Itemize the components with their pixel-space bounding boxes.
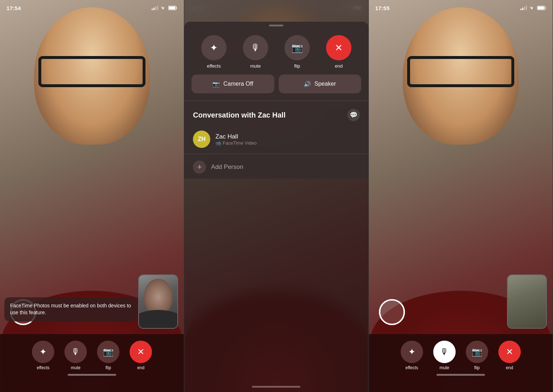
- sheet-mute-icon: 🎙: [243, 35, 268, 60]
- home-indicator-3: [436, 374, 485, 376]
- controls-bar-3: ✦ effects 🎙 mute 📷 flip ✕ end: [369, 334, 553, 392]
- face-bg-3: [369, 0, 553, 392]
- end-button-3[interactable]: ✕ end: [498, 341, 521, 370]
- svg-rect-5: [169, 7, 176, 9]
- end-label-1: end: [137, 365, 144, 370]
- toast-text: FaceTime Photos must be enabled on both …: [10, 303, 131, 316]
- effects-label-1: effects: [37, 365, 50, 370]
- sheet-handle: [269, 25, 283, 26]
- svg-rect-0: [152, 9, 153, 10]
- contact-sub-text: FaceTime Video: [223, 140, 257, 146]
- time-3: 17:55: [375, 5, 390, 11]
- end-icon-3: ✕: [498, 341, 521, 363]
- video-background-1: [0, 0, 184, 392]
- signal-icon-3: [520, 6, 527, 10]
- sheet-divider-2: [184, 154, 368, 154]
- flip-button-3[interactable]: 📷 flip: [466, 341, 488, 370]
- modal-sheet: ✦ effects 🎙 mute 📷 flip ✕ end 📷 Camera O…: [184, 22, 368, 179]
- svg-rect-16: [524, 7, 525, 10]
- svg-rect-1: [153, 8, 155, 10]
- contact-avatar: ZH: [193, 131, 210, 148]
- controls-bar-1: ✦ effects 🎙 mute 📷 flip ✕ end: [0, 334, 184, 392]
- facetime-icon: 📹: [215, 140, 221, 146]
- speaker-button[interactable]: 🔊 Speaker: [279, 74, 361, 93]
- home-indicator-1: [68, 374, 116, 376]
- status-bar-3: 17:55: [369, 0, 553, 16]
- end-label-3: end: [506, 365, 513, 370]
- face-bg-1: [0, 0, 184, 392]
- home-indicator-2: [252, 386, 300, 388]
- facetime-toast: FaceTime Photos must be enabled on both …: [4, 297, 137, 321]
- contact-name: Zac Hall: [215, 133, 257, 140]
- mute-button-3[interactable]: 🎙 mute: [433, 341, 456, 370]
- camera-off-button[interactable]: 📷 Camera Off: [191, 74, 274, 93]
- end-icon-1: ✕: [130, 341, 152, 363]
- sheet-flip-btn[interactable]: 📷 flip: [284, 35, 310, 69]
- status-icons-3: [520, 6, 546, 10]
- effects-button-3[interactable]: ✦ effects: [401, 341, 423, 370]
- shutter-button-3[interactable]: [379, 299, 405, 325]
- phone-3: 17:55 ✦ effects 🎙 mute 📷 flip: [369, 0, 553, 392]
- speaker-label: Speaker: [315, 81, 336, 87]
- flip-icon-3: 📷: [466, 341, 488, 363]
- flip-label-1: flip: [105, 365, 111, 370]
- contact-initials: ZH: [198, 136, 206, 142]
- add-person-label: Add Person: [211, 163, 243, 171]
- flip-button-1[interactable]: 📷 flip: [97, 341, 119, 370]
- mute-icon-1: 🎙: [64, 341, 87, 363]
- sheet-flip-label: flip: [294, 63, 300, 69]
- sheet-effects-label: effects: [207, 63, 221, 69]
- svg-rect-6: [177, 7, 177, 9]
- mute-icon-3: 🎙: [433, 341, 456, 363]
- battery-icon-3: [537, 6, 546, 10]
- sheet-divider-1: [184, 101, 368, 101]
- video-background-3: [369, 0, 553, 392]
- pip-3[interactable]: [507, 274, 547, 329]
- add-person-icon: +: [193, 161, 206, 174]
- effects-button-1[interactable]: ✦ effects: [32, 341, 54, 370]
- message-icon[interactable]: 💬: [347, 109, 360, 121]
- signal-icon-1: [152, 6, 158, 10]
- sheet-controls-row: ✦ effects 🎙 mute 📷 flip ✕ end: [184, 32, 368, 74]
- svg-rect-3: [157, 6, 158, 10]
- svg-rect-19: [537, 7, 544, 9]
- wifi-icon-3: [529, 6, 535, 10]
- pip-face-1: [139, 275, 177, 328]
- controls-row-1: ✦ effects 🎙 mute 📷 flip ✕ end: [32, 341, 152, 370]
- sheet-effects-icon: ✦: [201, 35, 227, 60]
- pip-face-3: [508, 275, 546, 328]
- mute-button-1[interactable]: 🎙 mute: [64, 341, 87, 370]
- mute-label-3: mute: [439, 365, 449, 370]
- mute-label-1: mute: [71, 365, 81, 370]
- sheet-end-label: end: [335, 63, 343, 69]
- status-icons-1: [152, 6, 177, 10]
- effects-icon-1: ✦: [32, 341, 54, 363]
- contact-info: Zac Hall 📹 FaceTime Video: [215, 133, 257, 146]
- sheet-mute-btn[interactable]: 🎙 mute: [243, 35, 268, 69]
- svg-rect-15: [522, 8, 523, 10]
- contact-subtitle: 📹 FaceTime Video: [215, 140, 257, 146]
- pip-1[interactable]: [138, 274, 178, 329]
- time-1: 17:54: [7, 5, 21, 11]
- contact-row: ZH Zac Hall 📹 FaceTime Video: [184, 126, 368, 152]
- effects-icon-3: ✦: [401, 341, 423, 363]
- svg-rect-14: [520, 9, 522, 10]
- sheet-mute-label: mute: [250, 63, 261, 69]
- sheet-end-btn[interactable]: ✕ end: [326, 35, 351, 69]
- flip-icon-1: 📷: [97, 341, 119, 363]
- battery-icon-1: [168, 6, 177, 10]
- controls-row-3: ✦ effects 🎙 mute 📷 flip ✕ end: [401, 341, 521, 370]
- phone-1: 17:54 FaceTime Photos must be enabled on…: [0, 0, 184, 392]
- add-person-row[interactable]: + Add Person: [184, 155, 368, 179]
- sheet-wide-buttons: 📷 Camera Off 🔊 Speaker: [184, 74, 368, 99]
- camera-off-label: Camera Off: [223, 81, 253, 87]
- sheet-effects-btn[interactable]: ✦ effects: [201, 35, 227, 69]
- sheet-flip-icon: 📷: [284, 35, 310, 60]
- status-bar-1: 17:54: [0, 0, 184, 16]
- effects-label-3: effects: [405, 365, 418, 370]
- sheet-end-icon: ✕: [326, 35, 351, 60]
- svg-rect-20: [545, 7, 546, 9]
- conversation-title: Conversation with Zac Hall: [193, 111, 286, 119]
- end-button-1[interactable]: ✕ end: [130, 341, 152, 370]
- wifi-icon-1: [160, 6, 166, 10]
